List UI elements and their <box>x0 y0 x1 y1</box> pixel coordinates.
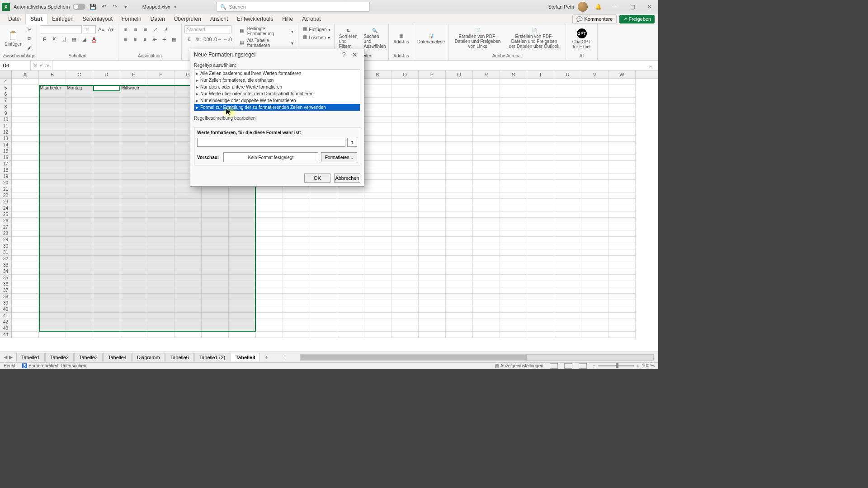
row-header[interactable]: 33 <box>0 262 12 268</box>
cell[interactable] <box>229 332 256 338</box>
cell[interactable] <box>609 268 636 275</box>
cell[interactable] <box>392 306 419 313</box>
cell[interactable] <box>392 281 419 287</box>
dialog-close-button[interactable]: ✕ <box>349 50 360 59</box>
cell[interactable] <box>581 306 609 313</box>
row-header[interactable]: 5 <box>0 85 12 91</box>
cell[interactable] <box>446 294 473 300</box>
formula-input[interactable] <box>197 138 345 147</box>
sheet-tab[interactable]: Tabelle1 (2) <box>194 353 230 361</box>
rule-type-item[interactable]: ▸Formel zur Ermittlung der zu formatiere… <box>194 104 360 111</box>
cell[interactable] <box>473 186 500 192</box>
format-as-table-button[interactable]: ▤Als Tabelle formatieren ▾ <box>238 37 295 49</box>
cell[interactable] <box>392 174 419 180</box>
cell[interactable] <box>446 117 473 123</box>
cell[interactable] <box>419 155 446 161</box>
cell[interactable] <box>581 313 609 319</box>
cell[interactable] <box>609 281 636 287</box>
cell[interactable] <box>581 249 609 256</box>
cell[interactable] <box>392 161 419 167</box>
cell[interactable] <box>581 186 609 192</box>
grow-font-icon[interactable]: A▴ <box>97 25 105 33</box>
cell[interactable] <box>554 117 581 123</box>
row-header[interactable]: 19 <box>0 174 12 180</box>
cell[interactable] <box>554 287 581 294</box>
cut-icon[interactable]: ✂ <box>25 25 34 33</box>
cell[interactable] <box>392 268 419 275</box>
cell[interactable] <box>473 161 500 167</box>
cell[interactable] <box>554 167 581 174</box>
cell[interactable] <box>581 256 609 262</box>
redo-icon[interactable]: ↷ <box>111 3 119 11</box>
cell[interactable] <box>256 319 283 325</box>
cell[interactable] <box>446 300 473 306</box>
cell[interactable] <box>12 142 39 148</box>
cell[interactable] <box>609 319 636 325</box>
cell[interactable] <box>527 332 554 338</box>
cell[interactable] <box>473 237 500 243</box>
cell[interactable] <box>392 79 419 85</box>
cell[interactable] <box>364 91 392 98</box>
cell[interactable] <box>527 256 554 262</box>
row-header[interactable]: 21 <box>0 186 12 192</box>
cell[interactable] <box>581 230 609 237</box>
rule-type-item[interactable]: ▸Nur eindeutige oder doppelte Werte form… <box>194 97 360 104</box>
cell[interactable] <box>364 186 392 192</box>
fill-color-icon[interactable]: ◢ <box>80 35 89 43</box>
cell[interactable] <box>392 167 419 174</box>
cell[interactable] <box>364 98 392 104</box>
cell[interactable] <box>283 300 310 306</box>
cell[interactable] <box>446 174 473 180</box>
cell[interactable] <box>554 237 581 243</box>
cell[interactable] <box>364 275 392 281</box>
cell[interactable] <box>39 79 66 85</box>
cell[interactable] <box>12 319 39 325</box>
cell[interactable] <box>419 300 446 306</box>
row-header[interactable]: 29 <box>0 237 12 243</box>
cell[interactable] <box>446 123 473 129</box>
column-header-F[interactable]: F <box>147 70 175 78</box>
cell[interactable] <box>554 325 581 332</box>
align-right-icon[interactable]: ≡ <box>141 35 150 43</box>
cell[interactable] <box>527 167 554 174</box>
cell[interactable] <box>554 306 581 313</box>
cell[interactable] <box>446 237 473 243</box>
cell[interactable] <box>446 287 473 294</box>
name-box-input[interactable] <box>3 63 28 68</box>
cell[interactable] <box>581 319 609 325</box>
cell[interactable] <box>364 237 392 243</box>
cell[interactable] <box>364 325 392 332</box>
cell[interactable] <box>12 205 39 211</box>
cell[interactable] <box>446 199 473 205</box>
cell[interactable] <box>364 161 392 167</box>
cell[interactable] <box>581 110 609 117</box>
page-break-view-button[interactable] <box>579 363 587 369</box>
cell[interactable] <box>337 256 364 262</box>
bold-icon[interactable]: F <box>40 35 49 43</box>
cell[interactable] <box>256 199 283 205</box>
cell[interactable] <box>500 218 527 224</box>
cell[interactable] <box>446 167 473 174</box>
inc-decimal-icon[interactable]: .0→ <box>213 35 222 43</box>
cell[interactable] <box>473 205 500 211</box>
cell[interactable] <box>446 230 473 237</box>
cell[interactable] <box>419 79 446 85</box>
rule-type-item[interactable]: ▸Nur Zellen formatieren, die enthalten <box>194 77 360 84</box>
ribbon-tab-seitenlayout[interactable]: Seitenlayout <box>78 14 117 24</box>
sheet-tab[interactable]: Tabelle2 <box>45 353 74 361</box>
row-header[interactable]: 36 <box>0 281 12 287</box>
cell[interactable] <box>12 313 39 319</box>
cell[interactable] <box>364 117 392 123</box>
cell[interactable] <box>256 218 283 224</box>
indent-decrease-icon[interactable]: ⇤ <box>151 35 160 43</box>
cell[interactable] <box>581 123 609 129</box>
cell[interactable] <box>473 180 500 186</box>
cancel-formula-icon[interactable]: ✕ <box>33 62 38 68</box>
cell[interactable] <box>419 275 446 281</box>
cell[interactable] <box>473 104 500 110</box>
row-header[interactable]: 24 <box>0 205 12 211</box>
indent-increase-icon[interactable]: ⇥ <box>160 35 169 43</box>
cell[interactable] <box>12 224 39 230</box>
cell[interactable] <box>554 174 581 180</box>
cell[interactable] <box>12 91 39 98</box>
